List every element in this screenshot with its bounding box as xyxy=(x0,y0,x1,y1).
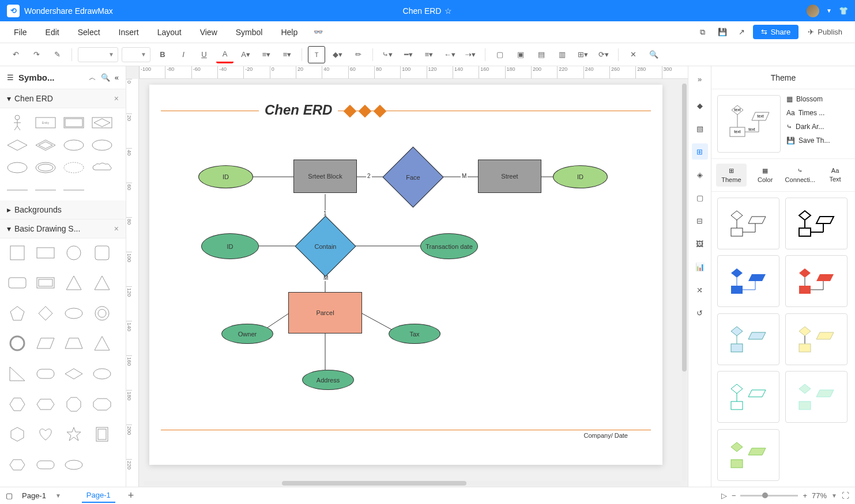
node-owner[interactable]: Owner xyxy=(221,324,273,344)
theme-font-button[interactable]: AaTimes ... xyxy=(786,109,849,117)
shape-star[interactable] xyxy=(61,425,86,444)
shape-doc[interactable] xyxy=(89,425,114,444)
menu-file[interactable]: File xyxy=(6,24,35,40)
drawing-canvas[interactable]: Chen ERD 2 M 1 M ID Srteet B xyxy=(149,85,662,465)
shape-person[interactable] xyxy=(5,113,29,132)
diagram-title[interactable]: Chen ERD xyxy=(259,102,338,118)
shape-pentagon[interactable] xyxy=(5,304,29,323)
theme-preview[interactable]: texttexttexttext xyxy=(717,95,781,153)
theme-card[interactable] xyxy=(717,198,779,249)
favorite-star-icon[interactable]: ☆ xyxy=(445,6,452,16)
chart-tool-icon[interactable]: 📊 xyxy=(692,259,708,275)
theme-card[interactable] xyxy=(785,255,848,307)
pen-button[interactable]: ✏ xyxy=(349,46,367,63)
avatar-dropdown-icon[interactable]: ▼ xyxy=(826,7,832,14)
section-backgrounds[interactable]: ▸ Backgrounds xyxy=(0,200,126,219)
highlight-button[interactable]: A▾ xyxy=(237,46,254,63)
arrow-start-button[interactable]: ←▾ xyxy=(441,46,458,63)
fill-tool-icon[interactable]: ◆ xyxy=(692,97,708,113)
pages-icon[interactable]: ▢ xyxy=(6,491,13,500)
shape-doublerect[interactable] xyxy=(33,274,58,293)
theme-card[interactable] xyxy=(785,198,848,249)
section-chen-erd[interactable]: ▾ Chen ERD × xyxy=(0,89,126,108)
history-tool-icon[interactable]: ↺ xyxy=(692,305,708,321)
tshirt-icon[interactable]: 👕 xyxy=(839,6,848,15)
binoculars-icon[interactable]: 👓 xyxy=(308,28,329,36)
font-color-button[interactable]: A xyxy=(216,46,233,63)
shape-roundrect[interactable] xyxy=(5,274,29,293)
zoom-dropdown-icon[interactable]: ▼ xyxy=(831,492,837,499)
shape-square[interactable] xyxy=(5,243,29,262)
shape-ell3[interactable] xyxy=(61,455,86,474)
collapse-icon[interactable]: ︿ xyxy=(89,73,96,83)
hide-panel-icon[interactable]: « xyxy=(115,73,119,82)
theme-card[interactable] xyxy=(785,313,848,365)
theme-card[interactable] xyxy=(785,371,848,423)
node-street[interactable]: Street xyxy=(478,160,541,193)
shape-trap[interactable] xyxy=(61,334,86,353)
shape-roundsquare[interactable] xyxy=(89,243,114,262)
export-icon[interactable]: ↗ xyxy=(733,24,751,41)
theme-card[interactable] xyxy=(717,371,779,423)
shape-para[interactable] xyxy=(33,334,58,353)
shape-hex3[interactable] xyxy=(5,455,29,474)
shape-associative[interactable] xyxy=(89,113,114,132)
node-parcel[interactable]: Parcel xyxy=(288,292,362,334)
shape-entity[interactable]: Entity xyxy=(33,113,58,132)
shape-attribute[interactable] xyxy=(61,135,86,154)
shape-line2[interactable] xyxy=(33,180,58,199)
shape-multivalue[interactable] xyxy=(33,158,58,177)
shape-ell2[interactable] xyxy=(89,365,114,384)
group1-button[interactable]: ▢ xyxy=(491,46,509,63)
font-size-select[interactable]: ▼ xyxy=(122,47,150,62)
canvas-scrollbar-horizontal[interactable] xyxy=(144,481,681,486)
search-symbols-icon[interactable]: 🔍 xyxy=(101,73,110,82)
layers-icon[interactable]: ⧉ xyxy=(694,24,711,41)
fill-button[interactable]: ◆▾ xyxy=(329,46,346,63)
zoom-out-icon[interactable]: − xyxy=(732,491,736,500)
shape-righttri[interactable] xyxy=(5,365,29,384)
canvas-area[interactable]: -100-80-60-40-20020406080100120140160180… xyxy=(126,66,688,487)
menu-edit[interactable]: Edit xyxy=(37,24,67,40)
shape-tri3[interactable] xyxy=(89,334,114,353)
shape-line3[interactable] xyxy=(61,180,86,199)
shape-diamond[interactable] xyxy=(33,304,58,323)
shape-hex[interactable] xyxy=(5,395,29,414)
group3-button[interactable]: ▤ xyxy=(533,46,550,63)
search-button[interactable]: 🔍 xyxy=(645,46,662,63)
diagram-footer[interactable]: Company/ Date xyxy=(584,432,628,439)
share-button[interactable]: ⇆Share xyxy=(753,25,799,39)
tab-text[interactable]: AaText xyxy=(820,164,850,187)
connector-button[interactable]: ⤷▾ xyxy=(379,46,396,63)
shape-dblcircle[interactable] xyxy=(5,334,29,353)
shape-heart[interactable] xyxy=(33,425,58,444)
shape-derived[interactable] xyxy=(61,158,86,177)
close-section-icon[interactable]: × xyxy=(114,94,119,103)
shape-attribute2[interactable] xyxy=(89,135,114,154)
shape-triangle2[interactable] xyxy=(89,274,114,293)
shape-relationship[interactable] xyxy=(5,135,29,154)
page-select[interactable]: Page-1 xyxy=(17,490,51,501)
theme-connector-button[interactable]: ⤷Dark Ar... xyxy=(786,123,849,131)
theme-card[interactable] xyxy=(717,429,779,481)
font-family-select[interactable]: ▼ xyxy=(78,47,118,62)
shape-tool-icon[interactable]: ▧ xyxy=(692,120,708,137)
close-section-icon[interactable]: × xyxy=(114,224,119,233)
node-id3[interactable]: ID xyxy=(201,233,259,259)
distribute-button[interactable]: ⊞▾ xyxy=(574,46,592,63)
publish-button[interactable]: ✈Publish xyxy=(801,25,849,39)
node-address[interactable]: Address xyxy=(302,370,354,390)
arrow-end-button[interactable]: ⇢▾ xyxy=(462,46,479,63)
rotate-button[interactable]: ⟳▾ xyxy=(595,46,612,63)
data-tool-icon[interactable]: ⊟ xyxy=(692,213,708,229)
group2-button[interactable]: ▣ xyxy=(512,46,529,63)
canvas-scrollbar-vertical[interactable] xyxy=(682,84,687,481)
italic-button[interactable]: I xyxy=(175,46,192,63)
shape-hex2[interactable] xyxy=(33,395,58,414)
node-id2[interactable]: ID xyxy=(553,165,608,188)
tools-button[interactable]: ✕ xyxy=(624,46,642,63)
menu-insert[interactable]: Insert xyxy=(111,24,147,40)
shape-pill2[interactable] xyxy=(33,455,58,474)
zoom-level[interactable]: 77% xyxy=(812,491,827,500)
text-box-button[interactable]: T xyxy=(308,46,325,63)
